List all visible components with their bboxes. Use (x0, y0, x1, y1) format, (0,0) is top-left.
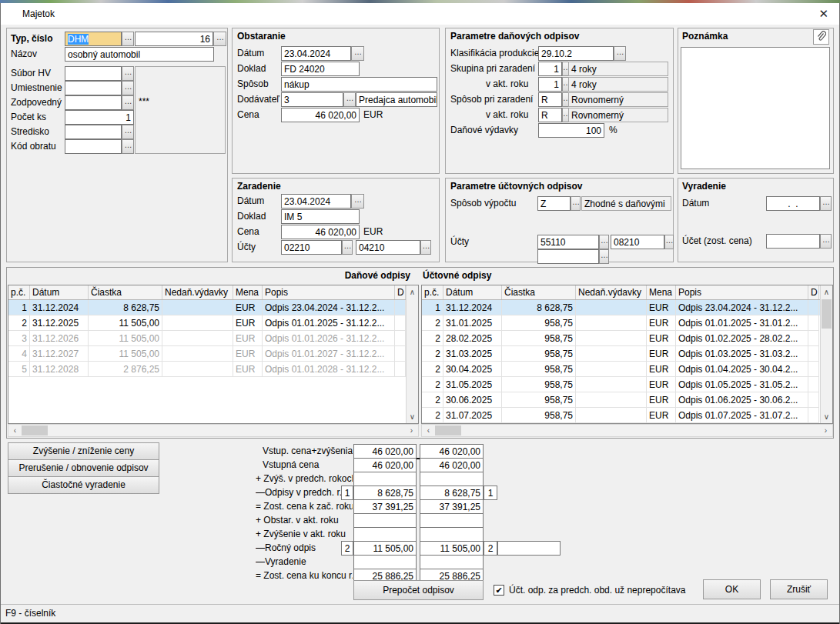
table-row[interactable]: 131.12.20248 628,75EUROdpis 23.04.2024 -… (422, 300, 832, 315)
table-row[interactable]: 231.03.2025958,75EUROdpis 01.03.2025 - 3… (422, 346, 832, 362)
vyradenie-ucet-field[interactable] (766, 234, 820, 249)
column-header[interactable]: Nedaň.výdavky (162, 285, 233, 299)
stredisko-field[interactable] (65, 125, 122, 139)
danove-vydavky-field[interactable]: 100 (538, 123, 604, 138)
recalc-depreciation-button[interactable]: Prepočet odpisov (353, 580, 484, 600)
scroll-right-icon[interactable]: › (820, 425, 832, 436)
sposob-vypoctu-field[interactable]: Z (537, 196, 571, 211)
zaradenie-ucet1-field[interactable]: 02210 (281, 240, 342, 255)
table-row[interactable]: 230.04.2025958,75EUROdpis 01.04.2025 - 3… (422, 362, 832, 377)
cancel-button[interactable]: Zrušiť (770, 579, 828, 599)
name-field[interactable]: osobný automobil (65, 47, 214, 62)
skupina-code-field[interactable]: 1 (538, 62, 562, 76)
obstaranie-dodavatel-code-field[interactable]: 3 (281, 92, 343, 107)
zaradenie-ucet2-field[interactable]: 04210 (356, 240, 420, 255)
ellipsis-button[interactable]: … (342, 240, 353, 255)
close-icon[interactable]: ✕ (818, 7, 828, 21)
acc-ucet3-field[interactable] (537, 249, 599, 264)
umiestnenie-field[interactable] (65, 81, 122, 95)
column-header[interactable]: Mena (647, 285, 676, 299)
obstaranie-sposob-field[interactable]: nákup (281, 77, 437, 92)
zaradenie-doklad-field[interactable]: IM 5 (281, 209, 360, 224)
column-header[interactable]: Dátum (443, 285, 502, 299)
sposob-code-field[interactable]: R (538, 92, 562, 107)
ellipsis-button[interactable]: … (122, 81, 134, 95)
type-field[interactable]: DHM (65, 32, 122, 46)
acc-ucet2-field[interactable]: 08210 (611, 235, 664, 249)
table-row[interactable]: 231.01.2025958,75EUROdpis 01.01.2025 - 3… (422, 315, 832, 331)
ellipsis-button[interactable]: … (213, 32, 226, 46)
zaradenie-cena-field[interactable]: 46 020,00 (281, 225, 360, 239)
kod-obratu-field[interactable] (65, 139, 122, 154)
attachment-button[interactable] (813, 29, 829, 45)
ellipsis-button[interactable]: … (351, 46, 364, 61)
ellipsis-button[interactable]: … (820, 196, 832, 211)
scroll-left-icon[interactable]: ‹ (423, 425, 434, 436)
table-row[interactable]: 531.12.20282 876,25EUROdpis 01.01.2028 -… (8, 362, 418, 377)
obstaranie-datum-field[interactable]: 23.04.2024 (281, 46, 351, 61)
price-change-button[interactable]: Zvýšenie / zníženie ceny (8, 442, 159, 460)
table-row[interactable]: 231.05.2025958,75EUROdpis 01.05.2025 - 3… (422, 377, 832, 392)
ellipsis-button[interactable]: … (599, 235, 609, 249)
acc-table-vscrollbar[interactable]: ∧ ∨ (820, 285, 832, 423)
table-header[interactable]: p.č.DátumČiastkaNedaň.výdavkyMenaPopisD (422, 285, 832, 300)
ellipsis-button[interactable]: … (614, 46, 626, 61)
scroll-right-icon[interactable]: › (406, 425, 417, 436)
pocet-ks-field[interactable]: 1 (65, 110, 134, 125)
vyradenie-datum-field[interactable]: . . (766, 196, 820, 211)
table-row[interactable]: 331.12.202611 505,00EUROdpis 01.01.2026 … (8, 331, 418, 346)
scroll-down-icon[interactable]: ∨ (821, 411, 832, 422)
ellipsis-button[interactable]: … (664, 235, 674, 249)
ellipsis-button[interactable]: … (820, 234, 832, 249)
ellipsis-button[interactable]: … (571, 196, 581, 211)
table-row[interactable]: 231.12.202511 505,00EUROdpis 01.01.2025 … (8, 315, 418, 331)
column-header[interactable]: D (808, 285, 819, 299)
scrollbar-thumb[interactable] (22, 425, 48, 435)
column-header[interactable]: p.č. (8, 285, 30, 299)
sposob-akt-code-field[interactable]: R (538, 108, 562, 122)
table-row[interactable]: 131.12.20248 628,75EUROdpis 23.04.2024 -… (8, 300, 418, 315)
scroll-left-icon[interactable]: ‹ (9, 425, 21, 436)
zodpovedny-field[interactable] (65, 95, 122, 110)
column-header[interactable]: Čiastka (89, 285, 162, 299)
subor-hv-field[interactable] (65, 66, 122, 81)
table-row[interactable]: 230.06.2025958,75EUROdpis 01.06.2025 - 3… (422, 392, 832, 408)
pause-resume-depreciation-button[interactable]: Prerušenie / obnovenie odpisov (8, 459, 159, 477)
ok-button[interactable]: OK (703, 579, 761, 599)
table-header[interactable]: p.č.DátumČiastkaNedaň.výdavkyMenaPopisD (8, 285, 418, 300)
tax-table-hscrollbar[interactable]: ‹ › (8, 424, 419, 437)
tax-table-vscrollbar[interactable]: ∧ ∨ (406, 285, 418, 423)
number-field[interactable]: 16 (135, 32, 213, 46)
scroll-down-icon[interactable]: ∨ (407, 411, 418, 422)
recalc-checkbox[interactable]: ✔ (494, 585, 504, 596)
ellipsis-button[interactable]: … (351, 194, 364, 209)
ellipsis-button[interactable]: … (420, 240, 431, 255)
table-row[interactable]: 228.02.2025958,75EUROdpis 01.02.2025 - 2… (422, 331, 832, 346)
klasifikacia-field[interactable]: 29.10.2 (538, 46, 614, 61)
poznamka-textarea[interactable] (681, 47, 830, 169)
table-row[interactable]: 431.12.202711 505,00EUROdpis 01.01.2027 … (8, 346, 418, 362)
column-header[interactable]: Nedaň.výdavky (576, 285, 647, 299)
column-header[interactable]: Mena (233, 285, 263, 299)
ellipsis-button[interactable]: … (343, 92, 356, 107)
column-header[interactable]: Dátum (30, 285, 89, 299)
obstaranie-doklad-field[interactable]: FD 24020 (281, 62, 360, 76)
obstaranie-cena-field[interactable]: 46 020,00 (281, 108, 360, 122)
column-header[interactable]: p.č. (422, 285, 443, 299)
ellipsis-button[interactable]: … (122, 139, 134, 154)
column-header[interactable]: Popis (676, 285, 808, 299)
scrollbar-thumb[interactable] (435, 425, 461, 435)
ellipsis-button[interactable]: … (122, 125, 134, 139)
ellipsis-button[interactable]: … (122, 95, 134, 110)
scrollbar-thumb[interactable] (822, 299, 832, 329)
partial-disposal-button[interactable]: Čiastočné vyradenie (8, 476, 159, 494)
acc-ucet1-field[interactable]: 55110 (537, 235, 599, 249)
ellipsis-button[interactable]: … (122, 32, 134, 46)
column-header[interactable]: D (395, 285, 406, 299)
scroll-up-icon[interactable]: ∧ (821, 286, 832, 298)
skupina-akt-code-field[interactable]: 1 (538, 77, 562, 92)
column-header[interactable]: Popis (263, 285, 395, 299)
ellipsis-button[interactable]: … (599, 249, 609, 264)
acc-table-hscrollbar[interactable]: ‹ › (421, 424, 833, 437)
zaradenie-datum-field[interactable]: 23.04.2024 (281, 194, 351, 209)
